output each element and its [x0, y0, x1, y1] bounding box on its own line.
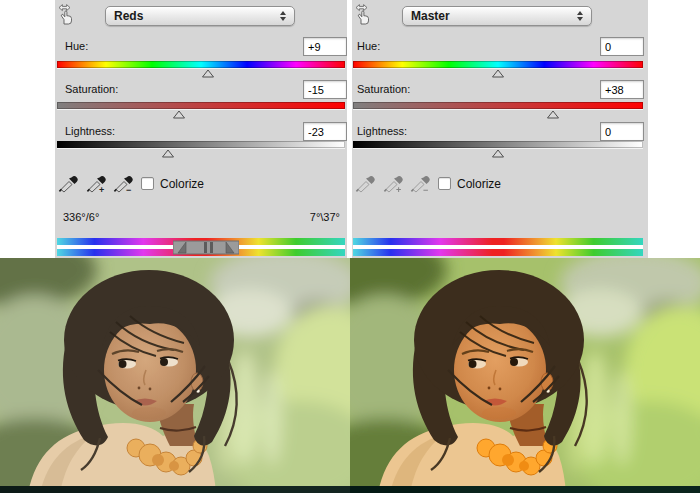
- eyedropper-plus-icon: +: [86, 170, 110, 193]
- scrubby-hand-icon[interactable]: [354, 3, 374, 26]
- channel-dropdown-value: Reds: [114, 9, 143, 23]
- eyedropper-icon: [355, 170, 379, 193]
- lightness-slider-thumb[interactable]: [161, 149, 174, 158]
- hue-input[interactable]: [303, 37, 347, 56]
- hue-slider[interactable]: [57, 61, 345, 78]
- eyedropper-minus-icon: −: [113, 170, 137, 193]
- lightness-input[interactable]: [600, 122, 644, 141]
- portrait-after-image: [350, 258, 700, 493]
- hue-saturation-panel-reds: Reds Hue: Saturation: Lightness:: [55, 0, 347, 258]
- eyedropper-plus-icon: +: [383, 170, 407, 193]
- saturation-gradient-bar[interactable]: [353, 102, 643, 109]
- saturation-slider-thumb[interactable]: [173, 110, 186, 119]
- spectrum-adjusted-bar: [353, 249, 643, 256]
- colorize-label: Colorize: [457, 177, 501, 191]
- saturation-slider-thumb[interactable]: [547, 110, 560, 119]
- saturation-input[interactable]: [303, 80, 347, 99]
- svg-text:+: +: [396, 185, 401, 194]
- hue-slider-thumb[interactable]: [202, 69, 215, 78]
- eyedropper-icon: [58, 170, 82, 193]
- eyedropper-button: [355, 170, 379, 193]
- channel-dropdown[interactable]: Reds: [105, 6, 295, 26]
- eyedropper-button[interactable]: [58, 170, 82, 193]
- hue-slider[interactable]: [353, 61, 643, 78]
- photo-after: [350, 258, 700, 493]
- eyedropper-add-button[interactable]: +: [86, 170, 110, 193]
- channel-dropdown[interactable]: Master: [402, 6, 592, 26]
- saturation-slider[interactable]: [57, 102, 345, 119]
- photo-before: [0, 258, 350, 493]
- saturation-input[interactable]: [600, 80, 644, 99]
- lightness-label: Lightness:: [65, 125, 115, 137]
- colorize-checkbox[interactable]: [141, 177, 154, 190]
- svg-text:−: −: [126, 185, 131, 194]
- range-high-label: 7°\37°: [310, 211, 340, 223]
- saturation-gradient-bar[interactable]: [57, 102, 345, 109]
- color-range-selector[interactable]: [173, 240, 239, 255]
- lightness-gradient-bar[interactable]: [57, 141, 345, 148]
- saturation-label: Saturation:: [357, 83, 410, 95]
- hue-saturation-panel-master: Master Hue: Saturation: Lightness:: [352, 0, 648, 258]
- hue-label: Hue:: [65, 40, 88, 52]
- color-spectrum-strips: [57, 238, 345, 256]
- lightness-slider-thumb[interactable]: [492, 149, 505, 158]
- color-spectrum-strips: [353, 238, 643, 256]
- hue-gradient-bar[interactable]: [353, 61, 643, 68]
- scrubby-hand-icon[interactable]: [57, 3, 77, 26]
- hue-saturation-comparison: { "left_panel": { "channel_select": "Red…: [0, 0, 700, 493]
- saturation-label: Saturation:: [65, 83, 118, 95]
- svg-text:−: −: [423, 185, 428, 194]
- dropdown-stepper-icon: [577, 11, 583, 21]
- eyedropper-subtract-button[interactable]: −: [113, 170, 137, 193]
- hue-input[interactable]: [600, 37, 644, 56]
- saturation-slider[interactable]: [353, 102, 643, 119]
- eyedropper-minus-icon: −: [410, 170, 434, 193]
- hue-slider-thumb[interactable]: [492, 69, 505, 78]
- colorize-checkbox[interactable]: [438, 177, 451, 190]
- lightness-slider[interactable]: [57, 141, 345, 158]
- hue-label: Hue:: [357, 40, 380, 52]
- lightness-input[interactable]: [303, 122, 347, 141]
- portrait-before-image: [0, 258, 350, 493]
- lightness-gradient-bar[interactable]: [353, 141, 643, 148]
- channel-dropdown-value: Master: [411, 9, 450, 23]
- svg-text:+: +: [99, 185, 104, 194]
- hue-gradient-bar[interactable]: [57, 61, 345, 68]
- range-low-label: 336°/6°: [63, 211, 99, 223]
- spectrum-reference-bar: [353, 238, 643, 245]
- eyedropper-add-button: +: [383, 170, 407, 193]
- colorize-label: Colorize: [160, 177, 204, 191]
- lightness-label: Lightness:: [357, 125, 407, 137]
- lightness-slider[interactable]: [353, 141, 643, 158]
- dropdown-stepper-icon: [280, 11, 286, 21]
- eyedropper-subtract-button: −: [410, 170, 434, 193]
